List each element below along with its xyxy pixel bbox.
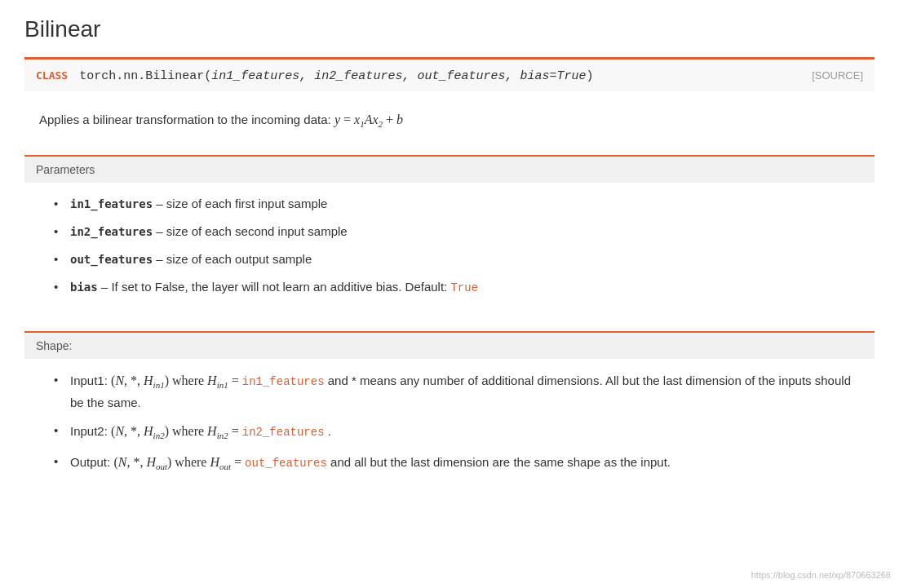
shape-math: (N, *, Hin1) where Hin1 = bbox=[111, 374, 242, 387]
shape-math: (N, *, Hin2) where Hin2 = bbox=[111, 424, 242, 438]
param-name: in2_features bbox=[70, 225, 153, 238]
description-text: Applies a bilinear transformation to the… bbox=[39, 113, 334, 126]
shape-label: Output: bbox=[70, 455, 113, 469]
param-description: size of each first input sample bbox=[166, 197, 328, 210]
list-item: bias – If set to False, the layer will n… bbox=[54, 277, 860, 297]
list-item: Input1: (N, *, Hin1) where Hin1 = in1_fe… bbox=[54, 370, 860, 413]
shape-code: in2_features bbox=[242, 426, 325, 439]
list-item: Output: (N, *, Hout) where Hout = out_fe… bbox=[54, 452, 860, 475]
class-signature-container: CLASS torch.nn.Bilinear(in1_features, in… bbox=[36, 68, 593, 83]
param-description: If set to False, the layer will not lear… bbox=[111, 280, 450, 294]
shape-section: Shape: Input1: (N, *, Hin1) where Hin1 =… bbox=[24, 331, 875, 493]
list-item: in1_features – size of each first input … bbox=[54, 194, 860, 214]
shape-tail: and all but the last dimension are the s… bbox=[330, 455, 671, 469]
param-name: bias bbox=[70, 281, 98, 294]
class-header: CLASS torch.nn.Bilinear(in1_features, in… bbox=[24, 57, 875, 91]
shape-math: (N, *, Hout) where Hout = bbox=[113, 455, 245, 469]
parameters-section: Parameters in1_features – size of each f… bbox=[24, 155, 875, 316]
signature-params: in1_features, in2_features, out_features… bbox=[211, 69, 586, 83]
param-name: in1_features bbox=[70, 197, 153, 210]
shape-code: out_features bbox=[245, 457, 327, 470]
parameters-content: in1_features – size of each first input … bbox=[24, 183, 875, 316]
param-sep: – bbox=[156, 197, 166, 210]
class-signature: torch.nn.Bilinear(in1_features, in2_feat… bbox=[79, 69, 593, 83]
param-sep: – bbox=[101, 280, 112, 294]
parameter-list: in1_features – size of each first input … bbox=[54, 194, 860, 297]
source-link[interactable]: [SOURCE] bbox=[812, 69, 863, 82]
signature-suffix: ) bbox=[586, 69, 593, 83]
param-sep: – bbox=[156, 252, 166, 266]
list-item: out_features – size of each output sampl… bbox=[54, 250, 860, 269]
list-item: Input2: (N, *, Hin2) where Hin2 = in2_fe… bbox=[54, 421, 860, 444]
class-badge: CLASS bbox=[36, 69, 68, 82]
shape-header: Shape: bbox=[24, 333, 875, 359]
shape-list: Input1: (N, *, Hin1) where Hin1 = in1_fe… bbox=[54, 370, 860, 474]
shape-content: Input1: (N, *, Hin1) where Hin1 = in1_fe… bbox=[24, 359, 875, 493]
param-description: size of each output sample bbox=[166, 252, 312, 266]
shape-code: in1_features bbox=[242, 375, 325, 388]
list-item: in2_features – size of each second input… bbox=[54, 222, 860, 241]
signature-prefix: torch.nn.Bilinear( bbox=[79, 69, 211, 83]
shape-label: Input1: bbox=[70, 374, 111, 387]
param-default: True bbox=[450, 281, 478, 294]
param-sep: – bbox=[156, 224, 166, 238]
parameters-header: Parameters bbox=[24, 157, 875, 183]
param-description: size of each second input sample bbox=[166, 224, 348, 238]
param-name: out_features bbox=[70, 253, 153, 266]
formula: y = x1Ax2 + b bbox=[334, 113, 403, 126]
page-title: Bilinear bbox=[24, 16, 875, 42]
description: Applies a bilinear transformation to the… bbox=[24, 106, 875, 147]
shape-tail: . bbox=[328, 424, 331, 438]
shape-label: Input2: bbox=[70, 424, 111, 438]
